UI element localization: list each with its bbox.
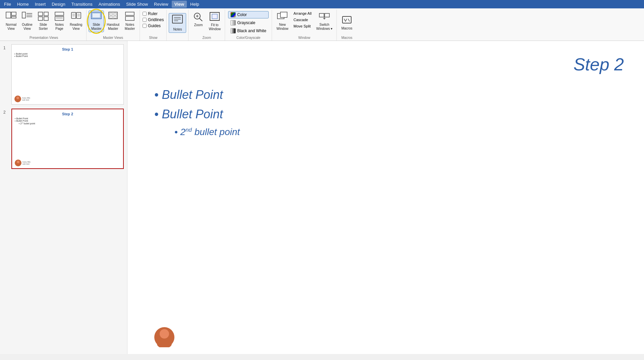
ribbon-content: NormalView OutlineView SlideSorter bbox=[0, 8, 644, 41]
slide-1-title: Step 1 bbox=[12, 45, 123, 52]
master-views-buttons: SlideMaster HandoutMaster NotesMaster bbox=[89, 10, 138, 36]
zoom-label2: Zoom bbox=[202, 36, 211, 41]
macros-group-label: Macros bbox=[341, 36, 353, 41]
switch-windows-icon bbox=[319, 12, 330, 22]
switch-windows-btn[interactable]: SwitchWindows ▾ bbox=[314, 10, 334, 32]
reading-view-btn[interactable]: ReadingView bbox=[68, 10, 84, 32]
slide-2-title: Step 2 bbox=[12, 109, 123, 117]
new-window-btn[interactable]: NewWindow bbox=[274, 10, 291, 32]
guides-checkbox-item[interactable]: Guides bbox=[142, 23, 164, 28]
notes-page-btn[interactable]: NotesPage bbox=[52, 10, 67, 32]
slide-2-avatar-area: Ivory Mixsub text bbox=[15, 160, 31, 166]
svg-rect-15 bbox=[71, 12, 76, 18]
menu-transitions[interactable]: Transitions bbox=[69, 1, 95, 8]
slide-1-bullets: • Bullet point • Bullet Point bbox=[12, 52, 123, 58]
handout-master-icon bbox=[108, 12, 118, 22]
black-white-label: Black and White bbox=[237, 28, 266, 33]
svg-rect-31 bbox=[125, 16, 134, 20]
slide-number-2: 2 bbox=[3, 109, 9, 115]
arrange-all-btn[interactable]: Arrange All bbox=[291, 10, 314, 16]
window-label: Window bbox=[298, 36, 310, 41]
macros-icon bbox=[341, 15, 352, 26]
notes-page-icon bbox=[54, 12, 65, 22]
color-grayscale-label2: Color/Grayscale bbox=[236, 36, 261, 41]
color-label: Color bbox=[237, 12, 247, 17]
grayscale-swatch bbox=[230, 20, 236, 25]
slide-sorter-label: SlideSorter bbox=[39, 23, 48, 31]
svg-rect-43 bbox=[280, 12, 287, 17]
svg-rect-28 bbox=[110, 16, 112, 18]
slide-1-avatar bbox=[14, 96, 21, 102]
svg-point-56 bbox=[157, 340, 172, 347]
menu-view[interactable]: View bbox=[172, 1, 187, 8]
grayscale-btn[interactable]: Grayscale bbox=[228, 19, 269, 26]
gridlines-checkbox[interactable] bbox=[143, 18, 147, 22]
fit-to-window-btn[interactable]: Fit toWindow bbox=[207, 10, 223, 33]
cascade-btn[interactable]: Cascade bbox=[291, 17, 314, 23]
macros-label: Macros bbox=[341, 26, 353, 31]
move-split-btn[interactable]: Move Split bbox=[291, 23, 314, 29]
ruler-checkbox-item[interactable]: Ruler bbox=[142, 11, 164, 16]
guides-checkbox[interactable] bbox=[143, 24, 147, 28]
menu-review[interactable]: Review bbox=[151, 1, 171, 8]
notes-master-icon bbox=[124, 12, 135, 22]
slide-sorter-btn[interactable]: SlideSorter bbox=[36, 10, 51, 32]
svg-point-51 bbox=[16, 97, 19, 99]
svg-rect-26 bbox=[110, 13, 112, 15]
arrange-all-label: Arrange All bbox=[293, 11, 312, 15]
new-window-icon bbox=[277, 12, 288, 22]
svg-rect-29 bbox=[114, 16, 116, 18]
menu-insert[interactable]: Insert bbox=[32, 1, 49, 8]
notes-master-btn[interactable]: NotesMaster bbox=[122, 10, 138, 32]
main-bullet-2-sub: 2nd bullet point bbox=[174, 127, 617, 137]
main-bullet-1: Bullet Point bbox=[154, 88, 617, 102]
show-label: Show bbox=[149, 36, 157, 41]
switch-windows-label: SwitchWindows ▾ bbox=[316, 23, 332, 31]
slide-master-icon bbox=[91, 12, 102, 22]
normal-view-btn[interactable]: NormalView bbox=[3, 10, 19, 32]
svg-point-55 bbox=[160, 329, 169, 339]
notes-btn[interactable]: Notes bbox=[169, 13, 186, 33]
svg-line-49 bbox=[345, 19, 347, 21]
sup-text: nd bbox=[185, 127, 192, 133]
ribbon: NormalView OutlineView SlideSorter bbox=[0, 8, 644, 41]
main-bullet-2: Bullet Point bbox=[154, 107, 617, 121]
menu-file[interactable]: File bbox=[1, 1, 14, 8]
svg-rect-3 bbox=[22, 12, 25, 18]
handout-master-btn[interactable]: HandoutMaster bbox=[105, 10, 121, 32]
slide-number-1: 1 bbox=[3, 44, 9, 50]
svg-rect-44 bbox=[319, 13, 324, 17]
svg-rect-16 bbox=[76, 12, 81, 18]
zoom-btn[interactable]: Zoom bbox=[191, 10, 206, 28]
show-group: Ruler Gridlines Guides Show Show bbox=[140, 10, 167, 41]
slide-item-2[interactable]: 2 Step 2 • Bullet Point • Bullet Point •… bbox=[3, 109, 124, 169]
menu-help[interactable]: Help bbox=[187, 1, 202, 8]
color-btn[interactable]: Color bbox=[228, 11, 269, 18]
slide-1-avatar-name: Ivory Mixsub text bbox=[22, 97, 30, 101]
svg-line-37 bbox=[200, 18, 203, 21]
menu-slideshow[interactable]: Slide Show bbox=[123, 1, 151, 8]
menu-design[interactable]: Design bbox=[49, 1, 68, 8]
black-white-btn[interactable]: Black and White bbox=[228, 27, 269, 35]
outline-view-icon bbox=[22, 12, 33, 22]
slide-2-bullets: • Bullet Point • Bullet Point • 2nd bull… bbox=[12, 117, 123, 125]
gridlines-checkbox-item[interactable]: Gridlines bbox=[142, 17, 164, 22]
ruler-checkbox[interactable] bbox=[143, 12, 147, 16]
menu-bar: File Home Insert Design Transitions Anim… bbox=[0, 0, 644, 8]
outline-view-btn[interactable]: OutlineView bbox=[19, 10, 35, 32]
reading-view-icon bbox=[71, 12, 82, 22]
svg-rect-45 bbox=[325, 13, 329, 17]
notes-icon bbox=[171, 14, 183, 27]
menu-home[interactable]: Home bbox=[14, 1, 32, 8]
slide-canvas[interactable]: Step 2 Bullet Point Bullet Point 2nd bul… bbox=[127, 41, 644, 354]
guides-label: Guides bbox=[148, 23, 161, 28]
menu-animations[interactable]: Animations bbox=[96, 1, 123, 8]
slide-master-btn[interactable]: SlideMaster bbox=[89, 10, 104, 32]
macros-btn[interactable]: Macros bbox=[339, 14, 355, 32]
slide-thumb-2[interactable]: Step 2 • Bullet Point • Bullet Point • 2… bbox=[11, 109, 124, 169]
main-area: 1 Step 1 • Bullet point • Bullet Point I… bbox=[0, 41, 644, 354]
slide-item-1[interactable]: 1 Step 1 • Bullet point • Bullet Point I… bbox=[3, 44, 124, 105]
slide-thumb-1[interactable]: Step 1 • Bullet point • Bullet Point Ivo… bbox=[11, 44, 124, 105]
handout-master-label: HandoutMaster bbox=[107, 23, 119, 31]
gridlines-label: Gridlines bbox=[148, 17, 164, 22]
